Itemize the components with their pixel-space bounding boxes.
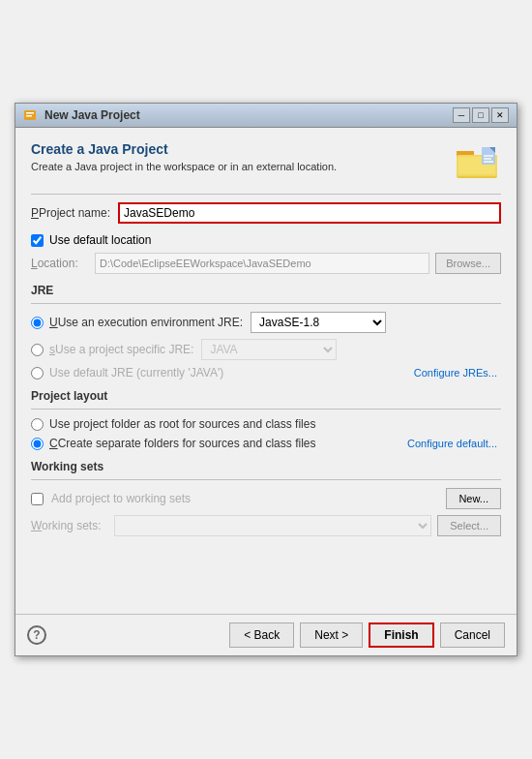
new-working-set-button[interactable]: New... bbox=[446, 488, 501, 509]
layout-option1-row: Use project folder as root for sources a… bbox=[31, 417, 501, 431]
use-default-location-checkbox[interactable] bbox=[31, 234, 44, 247]
dialog-description: Create a Java project in the workspace o… bbox=[31, 161, 337, 172]
svg-rect-11 bbox=[484, 161, 493, 163]
browse-button[interactable]: Browse... bbox=[435, 253, 501, 274]
add-working-sets-checkbox[interactable] bbox=[31, 493, 44, 505]
jre-option1-row: UUse an execution environment JRE: JavaS… bbox=[31, 312, 501, 333]
layout-option2-label: CCreate separate folders for sources and… bbox=[49, 437, 315, 450]
dialog-window: New Java Project ─ □ ✕ Create a Java Pro… bbox=[15, 103, 517, 656]
select-working-sets-button[interactable]: Select... bbox=[437, 515, 501, 536]
close-button[interactable]: ✕ bbox=[491, 107, 509, 123]
title-bar: New Java Project ─ □ ✕ bbox=[15, 104, 517, 128]
header-text: Create a Java Project Create a Java proj… bbox=[31, 141, 337, 172]
svg-rect-9 bbox=[484, 155, 493, 157]
jre-option1-label: UUse an execution environment JRE: bbox=[49, 316, 243, 329]
jre-option3-radio[interactable] bbox=[31, 367, 44, 380]
next-button[interactable]: Next > bbox=[300, 622, 363, 648]
working-sets-header: Working sets bbox=[31, 460, 501, 473]
maximize-button[interactable]: □ bbox=[472, 107, 489, 123]
project-layout-section: Project layout Use project folder as roo… bbox=[31, 389, 501, 450]
configure-default-link[interactable]: Configure default... bbox=[407, 438, 501, 449]
add-working-sets-row: Add project to working sets New... bbox=[31, 488, 501, 509]
working-sets-select-row: Working sets: Select... bbox=[31, 515, 501, 536]
jre-option2-label: sUse a project specific JRE: bbox=[49, 343, 193, 356]
jre-environment-select[interactable]: JavaSE-1.8 bbox=[251, 312, 386, 333]
project-layout-header: Project layout bbox=[31, 389, 501, 403]
add-working-sets-label: Add project to working sets bbox=[51, 492, 438, 505]
folder-icon bbox=[455, 141, 501, 180]
working-sets-select[interactable] bbox=[114, 515, 431, 536]
jre-section: JRE UUse an execution environment JRE: J… bbox=[31, 284, 501, 380]
jre-specific-select[interactable]: JAVA bbox=[201, 339, 337, 360]
svg-rect-1 bbox=[26, 112, 34, 114]
window-title: New Java Project bbox=[44, 108, 140, 122]
jre-option1-radio[interactable] bbox=[31, 317, 44, 329]
layout-option2-radio[interactable] bbox=[31, 438, 44, 450]
working-sets-divider bbox=[31, 479, 501, 480]
location-input[interactable] bbox=[95, 253, 429, 274]
dialog-content: Create a Java Project Create a Java proj… bbox=[15, 128, 517, 614]
svg-rect-2 bbox=[26, 115, 32, 117]
dialog-title: Create a Java Project bbox=[31, 141, 337, 157]
project-name-row: PProject name: bbox=[31, 202, 501, 224]
use-default-location-row: Use default location bbox=[31, 233, 501, 247]
jre-option3-label: Use default JRE (currently 'JAVA') bbox=[49, 366, 223, 380]
spacer bbox=[31, 546, 501, 604]
title-bar-left: New Java Project bbox=[23, 107, 140, 123]
help-button[interactable]: ? bbox=[27, 625, 46, 645]
configure-jres-link[interactable]: Configure JREs... bbox=[414, 367, 501, 379]
project-name-label: PProject name: bbox=[31, 206, 118, 220]
jre-divider bbox=[31, 303, 501, 304]
layout-option2-row: CCreate separate folders for sources and… bbox=[31, 437, 501, 450]
location-row: Location: Browse... bbox=[31, 253, 501, 274]
back-button[interactable]: < Back bbox=[229, 622, 294, 648]
working-sets-label: Working sets: bbox=[31, 519, 108, 532]
svg-rect-10 bbox=[484, 158, 491, 160]
header-section: Create a Java Project Create a Java proj… bbox=[31, 141, 501, 180]
finish-button[interactable]: Finish bbox=[369, 622, 433, 648]
layout-option1-label: Use project folder as root for sources a… bbox=[49, 417, 315, 431]
location-label: Location: bbox=[31, 257, 89, 270]
project-name-input[interactable] bbox=[118, 202, 501, 224]
java-project-icon bbox=[23, 107, 39, 123]
use-default-location-label: Use default location bbox=[49, 233, 151, 247]
title-buttons: ─ □ ✕ bbox=[453, 107, 509, 123]
cancel-button[interactable]: Cancel bbox=[440, 622, 505, 648]
bottom-buttons: < Back Next > Finish Cancel bbox=[229, 622, 505, 648]
jre-option2-row: sUse a project specific JRE: JAVA bbox=[31, 339, 501, 360]
layout-option1-radio[interactable] bbox=[31, 418, 44, 431]
jre-section-header: JRE bbox=[31, 284, 501, 297]
minimize-button[interactable]: ─ bbox=[453, 107, 470, 123]
jre-option2-radio[interactable] bbox=[31, 344, 44, 356]
layout-divider bbox=[31, 409, 501, 410]
bottom-bar: ? < Back Next > Finish Cancel bbox=[15, 614, 517, 655]
jre-option3-row: Use default JRE (currently 'JAVA') Confi… bbox=[31, 366, 501, 380]
working-sets-section: Working sets Add project to working sets… bbox=[31, 460, 501, 536]
header-divider bbox=[31, 194, 501, 195]
